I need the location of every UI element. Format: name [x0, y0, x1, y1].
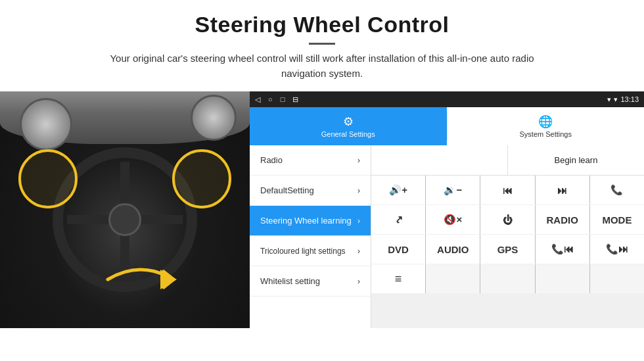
home-icon: ○ — [268, 95, 273, 103]
menu-item-tricoloured[interactable]: Tricoloured light settings › — [250, 236, 371, 266]
title-divider — [309, 43, 335, 45]
tricoloured-label: Tricoloured light settings — [260, 247, 346, 256]
phone-button[interactable]: 📞 — [590, 176, 644, 205]
prev-track-button[interactable]: ⏮ — [480, 176, 534, 205]
gear-icon: ⚙ — [343, 114, 354, 129]
whitelist-label: Whitelist setting — [260, 276, 320, 286]
status-bar: ◁ ○ □ ⊟ ▾ ▾ 13:13 — [250, 91, 644, 107]
hangup-icon: ↩ — [391, 212, 405, 227]
dvd-button[interactable]: DVD — [371, 235, 425, 264]
page-description: Your original car's steering wheel contr… — [92, 51, 552, 81]
wifi-icon: ▾ — [607, 95, 611, 104]
steering-label: Steering Wheel learning — [260, 216, 352, 226]
phone-icon: 📞 — [610, 184, 623, 196]
signal-icon: ▾ — [614, 95, 618, 104]
chevron-steering: › — [357, 216, 360, 226]
vol-down-icon: 🔉− — [444, 184, 462, 196]
phone-next-icon: 📞⏭ — [606, 243, 628, 255]
svg-marker-0 — [160, 270, 177, 289]
mute-button[interactable]: 🔇× — [426, 205, 480, 234]
status-bar-info: ▾ ▾ 13:13 — [607, 95, 639, 104]
chevron-whitelist: › — [357, 277, 360, 286]
android-panel: ◁ ○ □ ⊟ ▾ ▾ 13:13 ⚙ General Settings 🌐 S… — [250, 91, 644, 328]
control-row-3: DVD AUDIO GPS 📞⏮ 📞⏭ — [371, 235, 644, 264]
mode-label: MODE — [602, 214, 632, 226]
empty-btn-3 — [480, 264, 534, 293]
menu-item-whitelist[interactable]: Whitelist setting › — [250, 266, 371, 297]
audio-label: AUDIO — [437, 244, 469, 255]
chevron-default: › — [357, 186, 360, 195]
radio-mode-button[interactable]: RADIO — [536, 205, 589, 234]
chevron-tricoloured: › — [357, 247, 360, 256]
begin-learn-row: Begin learn — [371, 145, 644, 176]
empty-btn-4 — [536, 264, 589, 293]
radio-label: RADIO — [547, 214, 578, 226]
empty-cell — [371, 145, 508, 175]
highlight-circle-right — [172, 149, 231, 208]
vol-up-icon: 🔊+ — [389, 184, 407, 196]
dvd-label: DVD — [388, 244, 409, 255]
vol-up-button[interactable]: 🔊+ — [371, 176, 425, 205]
right-controls: Begin learn 🔊+ 🔉− ⏮ ⏭ — [371, 145, 644, 328]
prev-icon: ⏮ — [503, 185, 513, 196]
default-label: DefaultSetting — [260, 185, 314, 195]
page-header: Steering Wheel Control Your original car… — [0, 0, 644, 87]
phone-prev-icon: 📞⏮ — [551, 243, 574, 255]
next-icon: ⏭ — [557, 185, 567, 196]
control-row-4: ≡ — [371, 264, 644, 293]
phone-prev-button[interactable]: 📞⏮ — [536, 235, 589, 264]
hang-up-button[interactable]: ↩ — [371, 205, 425, 234]
status-bar-nav: ◁ ○ □ ⊟ — [255, 95, 298, 104]
device-screen: Radio › DefaultSetting › Steering Wheel … — [250, 145, 644, 328]
list-button[interactable]: ≡ — [371, 264, 425, 293]
car-image — [0, 91, 250, 328]
control-row-2: ↩ 🔇× ⏻ RADIO MODE — [371, 205, 644, 234]
phone-next-button[interactable]: 📞⏭ — [590, 235, 644, 264]
chevron-radio: › — [357, 156, 360, 165]
back-icon: ◁ — [255, 95, 260, 104]
tab-bar: ⚙ General Settings 🌐 System Settings — [250, 107, 644, 145]
power-button[interactable]: ⏻ — [480, 205, 534, 234]
tab-system[interactable]: 🌐 System Settings — [448, 107, 645, 145]
begin-learn-button[interactable]: Begin learn — [508, 145, 644, 175]
next-track-button[interactable]: ⏭ — [536, 176, 589, 205]
globe-icon: 🌐 — [538, 114, 553, 129]
recents-icon: □ — [281, 95, 285, 103]
page-title: Steering Wheel Control — [26, 12, 618, 37]
gauge-left — [20, 98, 72, 151]
audio-button[interactable]: AUDIO — [426, 235, 480, 264]
mode-button[interactable]: MODE — [590, 205, 644, 234]
time-display: 13:13 — [620, 95, 639, 103]
mute-icon: 🔇× — [444, 214, 462, 226]
arrow — [101, 260, 180, 302]
tab-general-label: General Settings — [321, 130, 375, 138]
gps-label: GPS — [497, 244, 518, 255]
left-menu: Radio › DefaultSetting › Steering Wheel … — [250, 145, 371, 328]
main-content: ◁ ○ □ ⊟ ▾ ▾ 13:13 ⚙ General Settings 🌐 S… — [0, 91, 644, 328]
gps-button[interactable]: GPS — [480, 235, 534, 264]
menu-item-default[interactable]: DefaultSetting › — [250, 176, 371, 206]
tab-system-label: System Settings — [520, 130, 572, 138]
highlight-circle-left — [18, 149, 78, 208]
power-icon: ⏻ — [503, 214, 513, 226]
app-icon: ⊟ — [292, 95, 298, 104]
menu-item-steering[interactable]: Steering Wheel learning › — [250, 206, 371, 236]
menu-item-radio[interactable]: Radio › — [250, 145, 371, 176]
radio-label: Radio — [260, 155, 283, 165]
empty-btn-2 — [426, 264, 480, 293]
vol-down-button[interactable]: 🔉− — [426, 176, 480, 205]
gauge-right — [191, 95, 237, 141]
list-icon: ≡ — [395, 272, 402, 286]
tab-general[interactable]: ⚙ General Settings — [250, 107, 447, 145]
dashboard — [0, 91, 250, 144]
control-row-1: 🔊+ 🔉− ⏮ ⏭ 📞 — [371, 176, 644, 205]
empty-btn-5 — [590, 264, 644, 293]
